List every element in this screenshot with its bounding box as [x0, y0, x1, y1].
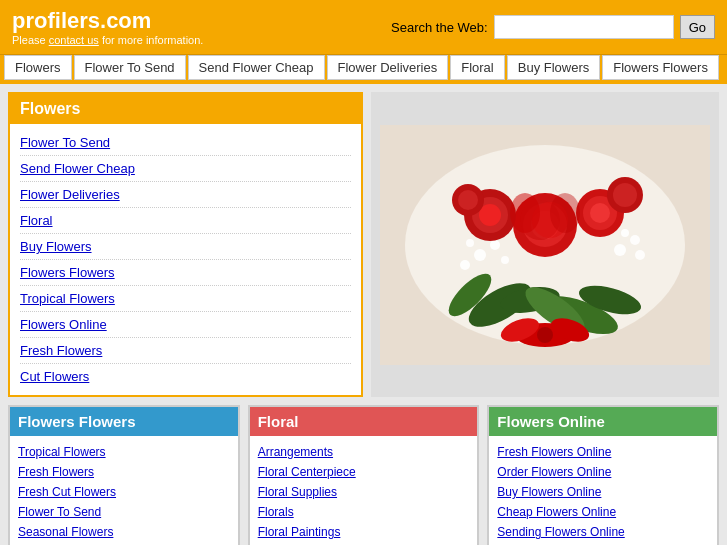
svg-point-14 [614, 244, 626, 256]
svg-point-13 [460, 260, 470, 270]
svg-point-9 [490, 240, 500, 250]
bottom-link[interactable]: Fresh Flowers Online [497, 442, 709, 462]
svg-point-32 [458, 190, 478, 210]
nav-item-nav-flowers[interactable]: Flowers [4, 55, 72, 80]
nav-item-nav-floral[interactable]: Floral [450, 55, 505, 80]
left-panel-link[interactable]: Flower Deliveries [20, 182, 351, 208]
bottom-link[interactable]: Buy Flowers Online [497, 482, 709, 502]
header-subtitle: Please contact us for more information. [12, 34, 203, 46]
bottom-link[interactable]: Fresh Flowers [18, 462, 230, 482]
bottom-panel-title-flowers-flowers: Flowers Flowers [10, 407, 238, 436]
bottom-link[interactable]: Tropical Flowers [18, 442, 230, 462]
bottom-panel-flowers-online: Flowers OnlineFresh Flowers OnlineOrder … [487, 405, 719, 545]
bottom-link[interactable]: Floral Supplies [258, 482, 470, 502]
svg-point-34 [550, 193, 580, 233]
svg-point-17 [635, 250, 645, 260]
header: profilers.com Please contact us for more… [0, 0, 727, 54]
svg-point-28 [590, 203, 610, 223]
bottom-panel-floral: FloralArrangementsFloral CenterpieceFlor… [248, 405, 480, 545]
nav-bar: FlowersFlower To SendSend Flower CheapFl… [0, 54, 727, 84]
bottom-panel-title-floral: Floral [250, 407, 478, 436]
bottom-panel-links-flowers-online: Fresh Flowers OnlineOrder Flowers Online… [489, 436, 717, 545]
bottom-panel-links-flowers-flowers: Tropical FlowersFresh FlowersFresh Cut F… [10, 436, 238, 545]
bottom-link[interactable]: Order Flowers Online [497, 462, 709, 482]
nav-item-nav-send-flower-cheap[interactable]: Send Flower Cheap [188, 55, 325, 80]
bottom-link[interactable]: Fresh Cut Flowers [18, 482, 230, 502]
search-area: Search the Web: Go [391, 15, 715, 39]
bottom-link[interactable]: Cheap Flowers Online [497, 502, 709, 522]
svg-point-8 [474, 249, 486, 261]
flower-image [371, 92, 719, 397]
bottom-link[interactable]: Florals [258, 502, 470, 522]
nav-item-nav-flowers-flowers[interactable]: Flowers Flowers [602, 55, 719, 80]
bottom-link[interactable]: Floral Paintings [258, 522, 470, 542]
left-panel-link[interactable]: Send Flower Cheap [20, 156, 351, 182]
search-input[interactable] [494, 15, 674, 39]
svg-point-30 [613, 183, 637, 207]
left-panel-link[interactable]: Tropical Flowers [20, 286, 351, 312]
search-button[interactable]: Go [680, 15, 715, 39]
bottom-panels: Flowers FlowersTropical FlowersFresh Flo… [0, 405, 727, 545]
left-panel-link[interactable]: Floral [20, 208, 351, 234]
subtitle-before: Please [12, 34, 46, 46]
left-panel-link[interactable]: Fresh Flowers [20, 338, 351, 364]
bottom-link[interactable]: Sending Flowers Online [497, 522, 709, 542]
svg-point-10 [466, 239, 474, 247]
bottom-panel-title-flowers-online: Flowers Online [489, 407, 717, 436]
main-content: Flowers Flower To SendSend Flower CheapF… [0, 84, 727, 405]
left-panel-link[interactable]: Flower To Send [20, 130, 351, 156]
search-label: Search the Web: [391, 20, 488, 35]
svg-point-25 [479, 204, 501, 226]
left-panel-link[interactable]: Flowers Online [20, 312, 351, 338]
header-left: profilers.com Please contact us for more… [12, 8, 203, 46]
flower-illustration [371, 125, 719, 365]
left-panel-link[interactable]: Cut Flowers [20, 364, 351, 389]
bottom-link[interactable]: Flower To Send [18, 502, 230, 522]
svg-point-12 [501, 256, 509, 264]
left-panel: Flowers Flower To SendSend Flower CheapF… [8, 92, 363, 397]
left-panel-link[interactable]: Buy Flowers [20, 234, 351, 260]
subtitle-after: for more information. [102, 34, 203, 46]
svg-point-15 [630, 235, 640, 245]
left-panel-title: Flowers [10, 94, 361, 124]
svg-point-38 [537, 327, 553, 343]
bottom-panel-flowers-flowers: Flowers FlowersTropical FlowersFresh Flo… [8, 405, 240, 545]
left-panel-link[interactable]: Flowers Flowers [20, 260, 351, 286]
svg-point-16 [621, 229, 629, 237]
bottom-panel-links-floral: ArrangementsFloral CenterpieceFloral Sup… [250, 436, 478, 545]
nav-item-nav-buy-flowers[interactable]: Buy Flowers [507, 55, 601, 80]
bottom-link[interactable]: Arrangements [258, 442, 470, 462]
left-panel-links: Flower To SendSend Flower CheapFlower De… [10, 124, 361, 395]
svg-point-33 [510, 193, 540, 233]
bottom-link[interactable]: Floral Centerpiece [258, 462, 470, 482]
bottom-link[interactable]: Seasonal Flowers [18, 522, 230, 542]
nav-item-nav-flower-to-send[interactable]: Flower To Send [74, 55, 186, 80]
contact-link[interactable]: contact us [49, 34, 99, 46]
site-title: profilers.com [12, 8, 203, 34]
nav-item-nav-flower-deliveries[interactable]: Flower Deliveries [327, 55, 449, 80]
